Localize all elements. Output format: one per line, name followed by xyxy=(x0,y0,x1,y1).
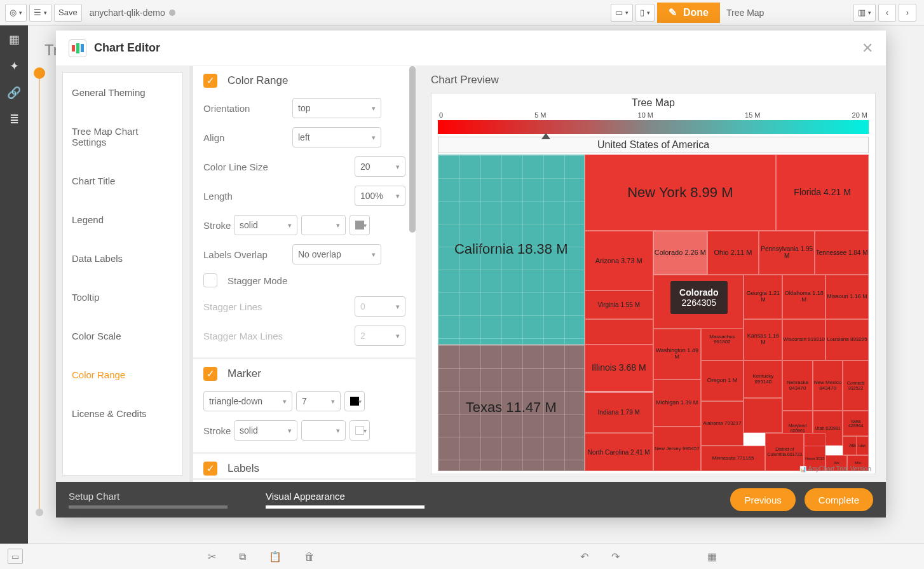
nav-tree-map-settings[interactable]: Tree Map Chart Settings xyxy=(63,112,182,161)
cell-illinois[interactable]: Illinois 3.68 M xyxy=(585,345,653,392)
settings-panel: ✓ Color Range Orientationtop Alignleft C… xyxy=(189,66,416,482)
cell-ohio[interactable]: Ohio 2.11 M xyxy=(707,231,759,275)
cut-icon[interactable]: ✂ xyxy=(208,551,216,563)
bottom-card-icon[interactable]: ▭ xyxy=(8,549,23,564)
cell-extra1[interactable] xyxy=(585,319,653,345)
marker-stroke-width-select[interactable] xyxy=(301,420,346,441)
cell-california[interactable]: California 18.38 M xyxy=(438,154,585,345)
nav-color-scale[interactable]: Color Scale xyxy=(63,317,182,355)
complete-button[interactable]: Complete xyxy=(805,488,873,511)
rail-chart-icon[interactable]: ▦ xyxy=(6,32,22,47)
cell-arizona[interactable]: Arizona 3.73 M xyxy=(585,231,653,291)
cell-florida[interactable]: Florida 4.21 M xyxy=(776,154,869,231)
cell-idaho[interactable]: Idah xyxy=(856,436,869,455)
cell-penn[interactable]: Pennsylvania 1.95 M xyxy=(759,231,815,275)
paste-icon[interactable]: 📋 xyxy=(269,551,282,563)
marker-color-swatch xyxy=(350,397,359,406)
preview-panel: Chart Preview Tree Map 0 5 M 10 M 15 M 2… xyxy=(416,66,886,482)
cell-virginia[interactable]: Virginia 1.55 M xyxy=(585,291,653,319)
length-select[interactable]: 100% xyxy=(355,186,405,206)
cell-tenn[interactable]: Tennessee 1.84 M xyxy=(815,231,869,275)
grid-icon[interactable]: ▦ xyxy=(707,551,717,563)
treemap-root[interactable]: United States of America xyxy=(438,137,869,153)
stroke-color-picker[interactable] xyxy=(350,215,370,235)
cell-georgia[interactable]: Georgia 1.21 M xyxy=(744,275,782,319)
app-name: anychart-qlik-demo xyxy=(90,8,165,18)
save-button[interactable]: Save xyxy=(54,4,82,22)
bookmark-button[interactable]: ▯▾ xyxy=(635,4,655,22)
chart-box: Tree Map 0 5 M 10 M 15 M 20 M United Sta… xyxy=(431,93,876,474)
stagger-mode-toggle[interactable]: ✓ xyxy=(203,273,217,287)
list-button[interactable]: ☰▾ xyxy=(29,4,51,22)
cell-colorado[interactable]: Colorado 2.26 M xyxy=(653,231,707,275)
stroke-width-select[interactable] xyxy=(301,215,346,235)
app-toolbar: ◎▾ ☰▾ Save anychart-qlik-demo ▭▾ ▯▾ ✎Don… xyxy=(0,0,924,25)
labels-overlap-label: Labels Overlap xyxy=(203,249,292,260)
cell-washington[interactable]: Washington 1.49 M xyxy=(653,329,701,380)
cell-minnesota[interactable]: Minnesota 771165 xyxy=(701,446,766,471)
cell-nm[interactable]: New Mexico 843470 xyxy=(813,360,843,411)
previous-button[interactable]: Previous xyxy=(730,488,795,511)
cell-kansas[interactable]: Kansas 1.16 M xyxy=(744,319,782,360)
cell-missouri[interactable]: Missouri 1.16 M xyxy=(825,275,869,319)
done-button[interactable]: ✎Done xyxy=(657,3,720,23)
rail-puzzle-icon[interactable]: ✦ xyxy=(6,58,22,74)
marker-size-select[interactable]: 7 xyxy=(296,391,341,411)
sheet-chart-icon[interactable]: ▥▾ xyxy=(853,4,876,22)
cell-louisiana[interactable]: Louisiana 893295 xyxy=(825,319,869,360)
nav-general-theming[interactable]: General Theming xyxy=(63,73,182,112)
cell-newyork[interactable]: New York 8.99 M xyxy=(585,154,777,231)
delete-icon[interactable]: 🗑 xyxy=(304,551,315,563)
marker-stroke-style-select[interactable]: solid xyxy=(234,420,297,441)
cell-extra2[interactable] xyxy=(744,398,782,433)
play-button[interactable]: ▭▾ xyxy=(611,4,633,22)
cell-texas[interactable]: Texas 11.47 M xyxy=(438,345,585,471)
cell-michigan[interactable]: Michigan 1.39 M xyxy=(653,380,701,427)
cell-oregon[interactable]: Oregon 1 M xyxy=(701,360,744,402)
nav-color-range[interactable]: Color Range xyxy=(63,355,182,394)
close-icon[interactable]: ✕ xyxy=(862,40,873,57)
copy-icon[interactable]: ⧉ xyxy=(239,551,246,563)
cell-dc[interactable]: District of Columbia 601723 xyxy=(765,433,804,471)
nav-license-credits[interactable]: License & Credits xyxy=(63,394,182,433)
cell-kentucky[interactable]: Kentucky 893140 xyxy=(744,360,782,399)
length-label: Length xyxy=(203,191,292,202)
rail-db-icon[interactable]: ≣ xyxy=(6,112,22,127)
cell-conn[interactable]: Connecti 832522 xyxy=(843,360,869,411)
align-select[interactable]: left xyxy=(292,127,381,147)
undo-icon[interactable]: ↶ xyxy=(580,551,588,563)
redo-icon[interactable]: ↷ xyxy=(611,551,620,563)
rail-link-icon[interactable]: 🔗 xyxy=(6,85,22,100)
marker-shape-select[interactable]: triangle-down xyxy=(203,391,292,411)
tick-0: 0 xyxy=(439,111,443,119)
nav-tooltip[interactable]: Tooltip xyxy=(63,278,182,317)
marker-stroke-color-picker[interactable] xyxy=(350,420,370,441)
cell-nebraska[interactable]: Nebraska 843470 xyxy=(782,360,812,411)
timeline-line xyxy=(39,76,40,509)
cell-nj[interactable]: New Jersey 995457 xyxy=(653,427,701,471)
compass-button[interactable]: ◎▾ xyxy=(5,4,27,22)
color-range-toggle[interactable]: ✓ xyxy=(203,74,217,88)
color-line-size-select[interactable]: 20 xyxy=(355,156,405,177)
cell-iowa[interactable]: Iowa 428944 xyxy=(843,411,869,436)
cell-wisconsin[interactable]: Wisconsin 919210 xyxy=(782,319,825,360)
nav-data-labels[interactable]: Data Labels xyxy=(63,239,182,278)
orientation-select[interactable]: top xyxy=(292,98,381,118)
labels-toggle[interactable]: ✓ xyxy=(203,462,217,476)
nav-legend[interactable]: Legend xyxy=(63,200,182,239)
step-setup-bar[interactable] xyxy=(69,505,228,509)
step-visual-bar[interactable] xyxy=(266,505,425,509)
cell-alabama[interactable]: Alabama 793217 xyxy=(701,401,744,446)
cell-indiana[interactable]: Indiana 1.79 M xyxy=(585,392,653,434)
treemap-area[interactable]: California 18.38 M Texas 11.47 M New Yor… xyxy=(438,154,869,471)
settings-scrollbar[interactable] xyxy=(409,66,416,233)
prev-sheet-button[interactable]: ‹ xyxy=(878,4,896,22)
labels-overlap-select[interactable]: No overlap xyxy=(292,244,381,264)
stroke-style-select[interactable]: solid xyxy=(234,215,297,235)
cell-oklahoma[interactable]: Oklahoma 1.18 M xyxy=(782,275,825,319)
cell-nc[interactable]: North Carolina 2.41 M xyxy=(585,433,653,471)
nav-chart-title[interactable]: Chart Title xyxy=(63,161,182,200)
next-sheet-button[interactable]: › xyxy=(899,4,916,22)
marker-color-picker[interactable] xyxy=(344,391,365,411)
marker-toggle[interactable]: ✓ xyxy=(203,367,217,381)
